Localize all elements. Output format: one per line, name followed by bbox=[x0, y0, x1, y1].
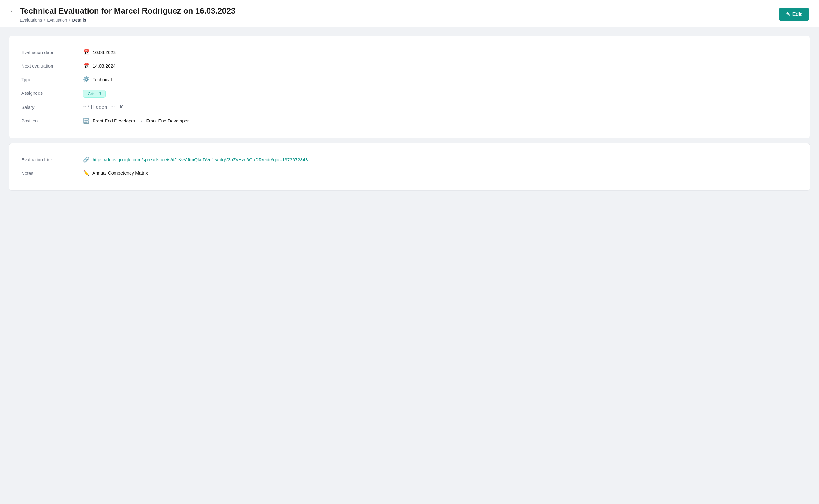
eye-icon[interactable]: 👁 bbox=[118, 104, 123, 109]
notes-value: ✏️ Annual Competency Matrix bbox=[83, 170, 148, 176]
breadcrumb-separator-2: / bbox=[69, 18, 70, 23]
page-title: Technical Evaluation for Marcel Rodrigue… bbox=[20, 6, 235, 16]
calendar-next-icon: 📅 bbox=[83, 63, 89, 69]
breadcrumb: Evaluations / Evaluation / Details bbox=[10, 18, 235, 23]
notes-label: Notes bbox=[21, 170, 83, 176]
main-content: Evaluation date 📅 16.03.2023 Next evalua… bbox=[0, 27, 819, 199]
position-row: Position 🔄 Front End Developer → Front E… bbox=[21, 114, 798, 128]
evaluation-details-card: Evaluation date 📅 16.03.2023 Next evalua… bbox=[9, 36, 810, 138]
type-row: Type ⚙️ Technical bbox=[21, 73, 798, 87]
notes-text: Annual Competency Matrix bbox=[92, 170, 148, 176]
salary-hidden-text: *** Hidden *** bbox=[83, 104, 115, 109]
assignees-label: Assignees bbox=[21, 90, 83, 96]
edit-label: Edit bbox=[792, 12, 802, 17]
back-button[interactable]: ← bbox=[10, 7, 16, 14]
evaluation-date-text: 16.03.2023 bbox=[93, 50, 116, 55]
breadcrumb-evaluation[interactable]: Evaluation bbox=[47, 18, 67, 23]
evaluation-link-label: Evaluation Link bbox=[21, 156, 83, 162]
position-to: Front End Developer bbox=[146, 118, 188, 123]
evaluation-link-value: 🔗 https://docs.google.com/spreadsheets/d… bbox=[83, 156, 308, 163]
arrow-right-icon: → bbox=[138, 118, 143, 123]
type-label: Type bbox=[21, 76, 83, 82]
salary-row: Salary *** Hidden *** 👁 bbox=[21, 101, 798, 114]
position-value: 🔄 Front End Developer → Front End Develo… bbox=[83, 118, 189, 124]
salary-label: Salary bbox=[21, 104, 83, 110]
breadcrumb-separator-1: / bbox=[44, 18, 45, 23]
link-icon: 🔗 bbox=[83, 156, 89, 163]
header-title-row: ← Technical Evaluation for Marcel Rodrig… bbox=[10, 6, 235, 16]
assignees-row: Assignees Cristi J bbox=[21, 87, 798, 101]
salary-value: *** Hidden *** 👁 bbox=[83, 104, 123, 109]
pencil-icon: ✏️ bbox=[83, 170, 89, 176]
position-from: Front End Developer bbox=[93, 118, 135, 123]
calendar-icon: 📅 bbox=[83, 49, 89, 56]
position-label: Position bbox=[21, 118, 83, 123]
notes-row: Notes ✏️ Annual Competency Matrix bbox=[21, 167, 798, 180]
next-evaluation-text: 14.03.2024 bbox=[93, 63, 116, 68]
next-evaluation-row: Next evaluation 📅 14.03.2024 bbox=[21, 60, 798, 73]
evaluation-date-label: Evaluation date bbox=[21, 49, 83, 55]
evaluation-date-value: 📅 16.03.2023 bbox=[83, 49, 116, 56]
type-text: Technical bbox=[93, 77, 112, 82]
edit-icon: ✎ bbox=[786, 11, 790, 17]
position-icon: 🔄 bbox=[83, 118, 89, 124]
evaluation-link-anchor[interactable]: https://docs.google.com/spreadsheets/d/1… bbox=[93, 157, 308, 162]
type-value: ⚙️ Technical bbox=[83, 76, 112, 83]
next-evaluation-value: 📅 14.03.2024 bbox=[83, 63, 116, 69]
evaluation-link-row: Evaluation Link 🔗 https://docs.google.co… bbox=[21, 153, 798, 167]
page-header: ← Technical Evaluation for Marcel Rodrig… bbox=[0, 0, 819, 27]
breadcrumb-evaluations[interactable]: Evaluations bbox=[20, 18, 42, 23]
evaluation-date-row: Evaluation date 📅 16.03.2023 bbox=[21, 46, 798, 60]
breadcrumb-current: Details bbox=[72, 18, 86, 23]
gear-icon: ⚙️ bbox=[83, 76, 89, 83]
assignees-value: Cristi J bbox=[83, 90, 105, 98]
evaluation-link-card: Evaluation Link 🔗 https://docs.google.co… bbox=[9, 143, 810, 191]
header-left: ← Technical Evaluation for Marcel Rodrig… bbox=[10, 6, 235, 23]
next-evaluation-label: Next evaluation bbox=[21, 63, 83, 68]
edit-button[interactable]: ✎ Edit bbox=[779, 8, 809, 21]
assignee-badge: Cristi J bbox=[83, 90, 105, 98]
